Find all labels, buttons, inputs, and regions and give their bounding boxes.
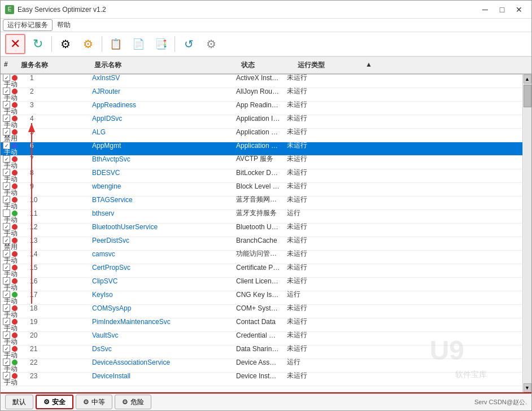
row-status: 未运行 [284, 168, 346, 177]
scroll-down-btn[interactable]: ▼ [524, 383, 531, 392]
row-status: 未运行 [284, 303, 346, 313]
row-status: 未运行 [284, 127, 346, 137]
table-body[interactable]: 1AxInstSVActiveX Installer (AxInstSV)未运行… [1, 75, 522, 392]
refresh2-button[interactable]: ↺ [178, 34, 199, 54]
row-num: 5 [27, 128, 89, 136]
doc3-button[interactable]: 📑 [151, 34, 171, 54]
row-status: 未运行 [284, 249, 346, 259]
table-row[interactable]: 21DsSvcData Sharing Service未运行手动 [1, 346, 522, 359]
status-bar: 默认 ⚙ 安全 ⚙ 中等 ⚙ 危险 Serv CSDN@赵公. [1, 392, 531, 410]
table-row[interactable]: 15CertPropSvcCertificate Propagation未运行手… [1, 264, 522, 278]
row-status: 未运行 [284, 317, 346, 326]
safe-icon: ⚙ [43, 398, 50, 406]
table-outer: 1AxInstSVActiveX Installer (AxInstSV)未运行… [1, 75, 531, 392]
table-row[interactable]: 23DeviceInstallDevice Install Service未运行… [1, 373, 522, 386]
settings2-button[interactable]: ⚙ [78, 34, 98, 54]
table-row[interactable]: 19PimIndexMaintenanceSvcContact Data未运行手… [1, 318, 522, 332]
row-service-name: wbengine [89, 182, 233, 190]
minimize-button[interactable]: ─ [477, 3, 493, 16]
row-display-name: BitLocker Drive Encryption Service [233, 169, 284, 177]
table-row[interactable]: 2AJRouterAllJoyn Router Service未运行手动 [1, 88, 522, 102]
danger-button[interactable]: ⚙ 危险 [115, 395, 151, 409]
menu-run-marked[interactable]: 运行标记服务 [3, 19, 53, 31]
table-row[interactable]: 22DeviceAssociationServiceDevice Associa… [1, 359, 522, 373]
table-row[interactable]: 11bthserv蓝牙支持服务运行手动 [1, 210, 522, 224]
row-display-name: BranchCache [233, 237, 284, 244]
table-row[interactable]: 1AxInstSVActiveX Installer (AxInstSV)未运行… [1, 75, 522, 88]
table-row[interactable]: 18COMSysAppCOM+ System Application未运行手动 [1, 305, 522, 318]
row-display-name: Device Install Service [233, 372, 284, 380]
row-service-name: AxInstSV [89, 75, 233, 82]
row-num: 23 [27, 372, 89, 380]
col-num: # [1, 59, 18, 71]
menu-bar: 运行标记服务 帮助 [1, 19, 531, 32]
row-display-name: App Readiness [233, 101, 284, 109]
table-row[interactable]: 5ALGApplication Layer Gateway Ser...未运行禁… [1, 129, 522, 142]
default-label: 默认 [12, 397, 26, 407]
row-service-name: camsvc [89, 250, 233, 258]
row-display-name: Block Level Backup Engine Service [233, 182, 284, 190]
title-bar: E Easy Services Optimizer v1.2 ─ □ ✕ [1, 1, 531, 19]
row-display-name: Contact Data [233, 318, 284, 326]
maximize-button[interactable]: □ [494, 3, 510, 16]
row-display-name: Credential Manager [233, 331, 284, 339]
default-button[interactable]: 默认 [5, 395, 33, 409]
row-status: 未运行 [284, 100, 346, 110]
row-status: 未运行 [284, 344, 346, 353]
row-display-name: Bluetooth User Support Service [233, 223, 284, 231]
row-display-name: 蓝牙音频网关服务 [233, 195, 284, 204]
row-display-name: Data Sharing Service [233, 345, 284, 353]
row-service-name: VaultSvc [89, 331, 233, 339]
scroll-up-btn[interactable]: ▲ [524, 75, 531, 84]
row-status: 未运行 [284, 181, 346, 191]
medium-label: 中等 [91, 397, 105, 407]
scroll-thumb[interactable] [524, 85, 531, 107]
row-status: 未运行 [284, 113, 346, 123]
row-status: 未运行 [284, 86, 346, 96]
settings1-button[interactable]: ⚙ [55, 34, 76, 54]
row-service-name: BTAGService [89, 196, 233, 204]
close-button[interactable]: ✕ [511, 3, 527, 16]
doc2-button[interactable]: 📄 [128, 34, 149, 54]
row-display-name: CNG Key Isolation [233, 291, 284, 299]
row-service-name: bthserv [89, 209, 233, 217]
row-status: 运行 [284, 357, 346, 367]
row-num: 18 [27, 304, 89, 312]
row-num: 7 [27, 155, 89, 163]
row-service-name: BluetoothUserService [89, 223, 233, 231]
table-row[interactable]: 7BthAvctpSvcAVCTP 服务未运行手动 [1, 156, 522, 169]
title-left: E Easy Services Optimizer v1.2 [5, 5, 106, 14]
row-service-name: DeviceAssociationService [89, 358, 233, 366]
menu-help[interactable]: 帮助 [53, 19, 75, 31]
row-service-name: PimIndexMaintenanceSvc [89, 318, 233, 326]
table-row[interactable]: 17KeyIsoCNG Key Isolation运行手动 [1, 291, 522, 305]
row-status: 未运行 [284, 235, 346, 245]
gear2-button[interactable]: ⚙ [201, 34, 221, 54]
scroll-track [524, 84, 531, 383]
table-row[interactable]: 16ClipSVCClient License Service (ClipSVC… [1, 278, 522, 291]
row-display-name: Device Association Service [233, 358, 284, 366]
status-right-text: Serv CSDN@赵公. [474, 398, 527, 406]
row-num: 19 [27, 318, 89, 326]
row-status: 未运行 [284, 276, 346, 286]
safe-button[interactable]: ⚙ 安全 [36, 395, 73, 409]
danger-icon: ⚙ [122, 398, 128, 406]
col-display-name: 显示名称 [91, 59, 238, 71]
table-row[interactable]: 14camsvc功能访问管理器服务未运行手动 [1, 251, 522, 264]
doc1-button[interactable]: 📋 [106, 34, 126, 54]
play-button[interactable]: ✕ [5, 34, 25, 54]
table-row[interactable]: 20VaultSvcCredential Manager未运行手动 [1, 332, 522, 346]
scrollbar[interactable]: ▲ ▼ [522, 75, 531, 392]
row-num: 6 [27, 142, 89, 150]
table-row[interactable]: 12BluetoothUserServiceBluetooth User Sup… [1, 224, 522, 237]
table-row[interactable]: 4AppIDSvcApplication Identity未运行手动 [1, 115, 522, 129]
row-num: 2 [27, 88, 89, 95]
row-num: 15 [27, 264, 89, 272]
table-row[interactable]: 3AppReadinessApp Readiness未运行手动 [1, 102, 522, 115]
row-display-name: COM+ System Application [233, 304, 284, 312]
toolbar-separator-3 [175, 36, 175, 52]
refresh-button[interactable]: ↻ [28, 34, 48, 54]
table-row[interactable]: 8BDESVCBitLocker Drive Encryption Servic… [1, 169, 522, 183]
medium-button[interactable]: ⚙ 中等 [76, 395, 112, 409]
row-service-name: KeyIso [89, 291, 233, 299]
